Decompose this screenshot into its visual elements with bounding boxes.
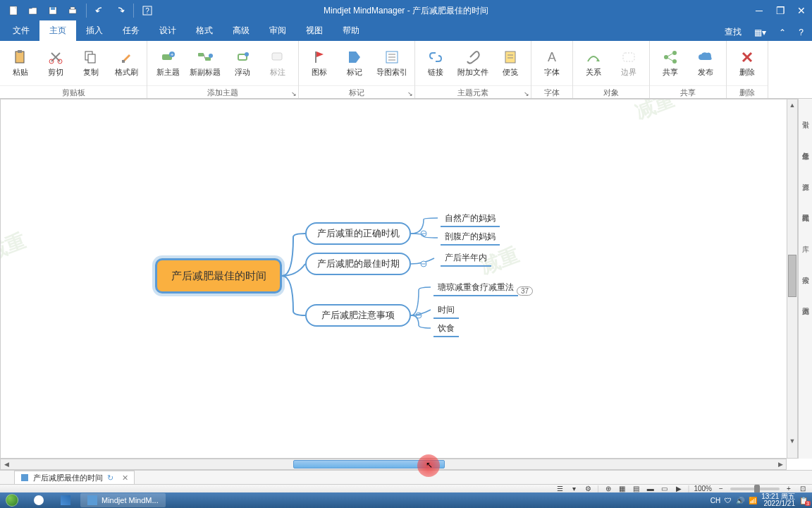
- start-button[interactable]: [0, 492, 24, 508]
- taskbar-app-mindmanager[interactable]: Mindjet MindM...: [80, 493, 166, 507]
- print-button[interactable]: [63, 2, 82, 19]
- cut-button[interactable]: 剪切: [41, 47, 70, 79]
- format-painter-button[interactable]: 格式刷: [111, 47, 141, 79]
- subtopic[interactable]: 饮食: [433, 321, 459, 337]
- floating-topic-button[interactable]: 浮动: [228, 47, 257, 79]
- undo-button[interactable]: [91, 2, 109, 19]
- tab-view[interactable]: 视图: [296, 20, 333, 41]
- paste-icon: [12, 49, 29, 66]
- sidebar-tab-search[interactable]: 搜索: [800, 257, 811, 285]
- paste-button[interactable]: 粘贴: [6, 47, 35, 79]
- taskbar-app-2[interactable]: [54, 493, 78, 507]
- taskbar-app-1[interactable]: [27, 493, 51, 507]
- main-topic-3[interactable]: 产后减肥注意事项: [305, 304, 411, 327]
- tab-file[interactable]: 文件: [3, 20, 39, 41]
- notes-button[interactable]: 便笺: [496, 47, 525, 79]
- main-topic-1[interactable]: 产后减重的正确时机: [305, 222, 411, 245]
- tab-design[interactable]: 设计: [149, 20, 186, 41]
- share-button[interactable]: 共享: [656, 47, 685, 79]
- document-tab[interactable]: 产后减肥最佳的时间 ↻ ✕: [14, 471, 135, 485]
- horizontal-scrollbar[interactable]: ◀ ▶: [0, 459, 787, 470]
- view-schedule-icon[interactable]: ▭: [660, 485, 670, 493]
- close-button[interactable]: ✕: [791, 0, 812, 21]
- canvas-area[interactable]: 减重 减重 减重 产后减肥最佳的时间 产后减重的正确时机 产后减肥的最佳时期 产…: [0, 99, 798, 459]
- maximize-button[interactable]: ❐: [770, 0, 791, 21]
- subtopic[interactable]: 剖腹产的妈妈: [441, 229, 500, 246]
- view-outline-icon[interactable]: ▤: [632, 485, 641, 493]
- callout-button[interactable]: 标注: [263, 47, 293, 79]
- redo-button[interactable]: [111, 2, 129, 19]
- tags-button[interactable]: 标记: [340, 47, 369, 79]
- scroll-down-button[interactable]: ▼: [787, 435, 797, 447]
- publish-button[interactable]: 发布: [691, 47, 720, 79]
- new-topic-button[interactable]: +新主题: [153, 47, 183, 79]
- subtopic[interactable]: 自然产的妈妈: [441, 211, 500, 227]
- reload-icon[interactable]: ↻: [107, 473, 113, 483]
- relationship-button[interactable]: 关系: [579, 47, 608, 79]
- tab-insert[interactable]: 插入: [76, 20, 113, 41]
- open-button[interactable]: [24, 2, 42, 19]
- tab-advanced[interactable]: 高级: [223, 20, 259, 41]
- ime-indicator[interactable]: CH: [710, 497, 720, 504]
- search-button[interactable]: 查找: [722, 23, 744, 41]
- settings-icon[interactable]: ⚙: [583, 485, 593, 493]
- fit-map-button[interactable]: ⊡: [798, 485, 808, 493]
- subtopic[interactable]: 时间: [433, 303, 459, 319]
- zoom-level[interactable]: 100%: [694, 485, 712, 492]
- view-list-icon[interactable]: ☰: [555, 485, 565, 493]
- tab-review[interactable]: 审阅: [259, 20, 296, 41]
- central-topic[interactable]: 产后减肥最佳的时间: [155, 258, 282, 294]
- zoom-slider[interactable]: [730, 488, 780, 490]
- sidebar-tab-mapstyle[interactable]: 导图样式: [800, 195, 811, 223]
- zoom-slider-thumb[interactable]: [754, 485, 760, 493]
- vscroll-thumb[interactable]: [788, 255, 796, 297]
- group-label: 标记↘: [299, 85, 414, 98]
- filter-icon[interactable]: ▾: [569, 485, 579, 493]
- tray-icon[interactable]: 🔊: [736, 497, 744, 504]
- sidebar-tab-index[interactable]: 索引: [800, 102, 811, 130]
- font-button[interactable]: A字体: [537, 47, 567, 79]
- help-dropdown-button[interactable]: ?: [138, 2, 156, 19]
- zoom-fit-icon[interactable]: ⊕: [603, 485, 613, 493]
- subtopic[interactable]: 瑭琼减重食疗减重法: [433, 280, 518, 296]
- scroll-right-button[interactable]: ▶: [775, 459, 786, 469]
- attachment-button[interactable]: 附加文件: [456, 47, 490, 79]
- view-presentation-icon[interactable]: ▶: [674, 485, 684, 493]
- sidebar-tab-library[interactable]: 库: [800, 226, 811, 254]
- view-options-button[interactable]: ▦▾: [751, 25, 769, 40]
- node-badge[interactable]: 37: [517, 286, 533, 296]
- close-tab-button[interactable]: ✕: [122, 473, 128, 483]
- collapse-ribbon-button[interactable]: ⌃: [776, 25, 789, 40]
- icons-button[interactable]: 图标: [304, 47, 334, 79]
- copy-button[interactable]: 复制: [76, 47, 106, 79]
- tray-icon[interactable]: 📶: [749, 497, 757, 504]
- main-topic-2[interactable]: 产后减肥的最佳时期: [305, 253, 411, 275]
- zoom-in-button[interactable]: +: [784, 485, 794, 493]
- scroll-left-button[interactable]: ◀: [1, 459, 12, 469]
- tab-tasks[interactable]: 任务: [113, 20, 149, 41]
- new-doc-button[interactable]: [4, 2, 23, 19]
- subtopic[interactable]: 产后半年内: [441, 250, 491, 267]
- tab-home[interactable]: 主页: [39, 20, 76, 41]
- zoom-out-button[interactable]: −: [716, 485, 726, 493]
- hyperlink-button[interactable]: 链接: [421, 47, 450, 79]
- save-button[interactable]: [44, 2, 62, 19]
- delete-button[interactable]: 删除: [732, 47, 762, 79]
- help-icon[interactable]: ?: [796, 25, 806, 40]
- sidebar-tab-browser[interactable]: 浏览器: [800, 288, 811, 316]
- notification-icon[interactable]: 📋3: [799, 497, 808, 504]
- vertical-scrollbar[interactable]: ▲ ▼: [787, 99, 798, 459]
- tray-icon[interactable]: 🛡: [725, 497, 732, 504]
- map-index-button[interactable]: 导图索引: [375, 47, 409, 79]
- clock[interactable]: 13:21 周五 2022/1/21: [761, 493, 795, 507]
- view-gantt-icon[interactable]: ▬: [646, 485, 656, 493]
- tab-help[interactable]: 帮助: [333, 20, 369, 41]
- tab-format[interactable]: 格式: [186, 20, 223, 41]
- boundary-button[interactable]: 边界: [614, 47, 644, 79]
- sidebar-tab-resources[interactable]: 资源: [800, 164, 811, 192]
- scroll-up-button[interactable]: ▲: [787, 99, 797, 111]
- view-map-icon[interactable]: ▦: [617, 485, 627, 493]
- sidebar-tab-taskinfo[interactable]: 任务信息: [800, 133, 811, 161]
- new-subtopic-button[interactable]: 新副标题: [188, 47, 222, 79]
- minimize-button[interactable]: ─: [749, 0, 770, 21]
